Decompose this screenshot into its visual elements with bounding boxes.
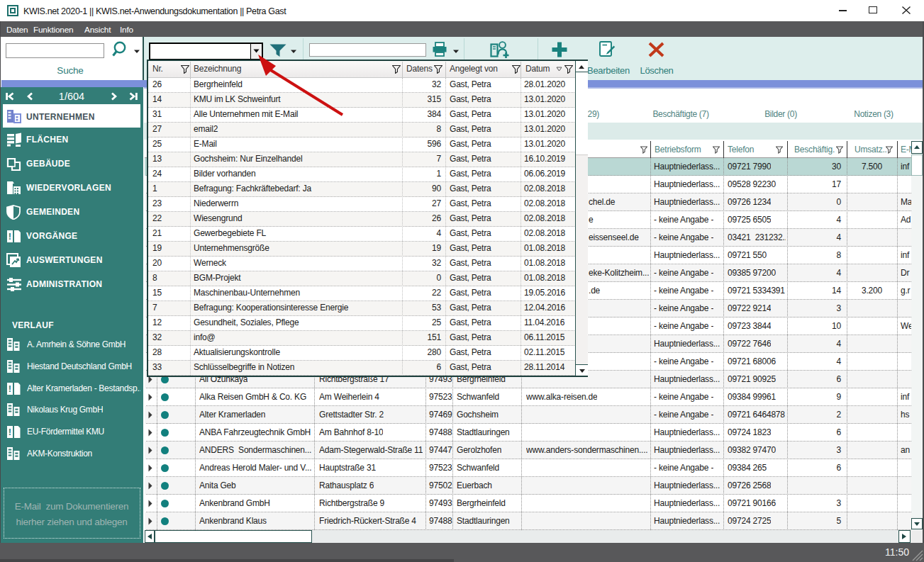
svg-text:!: ! [9,231,11,242]
svg-text:!: ! [9,427,11,437]
svg-text:!: ! [9,383,11,394]
